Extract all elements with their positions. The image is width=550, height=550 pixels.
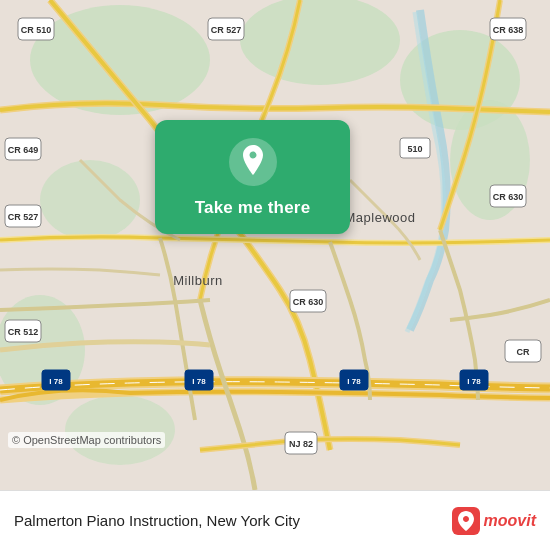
moovit-brand-label: moovit [484,512,536,530]
place-name-label: Palmerton Piano Instruction, New York Ci… [14,512,452,529]
svg-point-1 [30,5,210,115]
svg-text:Millburn: Millburn [173,273,223,288]
map-container: CR 510 CR 527 CR 638 CR 649 CR 527 510 C… [0,0,550,490]
map-svg: CR 510 CR 527 CR 638 CR 649 CR 527 510 C… [0,0,550,490]
svg-point-7 [65,395,175,465]
location-icon-wrapper [229,138,277,186]
svg-text:510: 510 [407,144,422,154]
svg-text:CR 512: CR 512 [8,327,39,337]
svg-text:CR 527: CR 527 [8,212,39,222]
svg-text:I 78: I 78 [347,377,361,386]
bottom-bar: Palmerton Piano Instruction, New York Ci… [0,490,550,550]
take-me-there-card[interactable]: Take me there [155,120,350,234]
moovit-logo: moovit [452,507,536,535]
svg-text:NJ 82: NJ 82 [289,439,313,449]
svg-text:I 78: I 78 [49,377,63,386]
svg-text:I 78: I 78 [467,377,481,386]
svg-text:CR 527: CR 527 [211,25,242,35]
svg-text:CR 630: CR 630 [493,192,524,202]
svg-text:I 78: I 78 [192,377,206,386]
moovit-icon [452,507,480,535]
svg-text:CR 510: CR 510 [21,25,52,35]
take-me-there-button-label: Take me there [195,198,311,218]
map-attribution: © OpenStreetMap contributors [8,432,165,448]
svg-text:CR: CR [517,347,530,357]
location-pin-icon [239,145,267,179]
svg-text:CR 649: CR 649 [8,145,39,155]
svg-text:CR 630: CR 630 [293,297,324,307]
svg-text:CR 638: CR 638 [493,25,524,35]
svg-text:Maplewood: Maplewood [345,210,416,225]
